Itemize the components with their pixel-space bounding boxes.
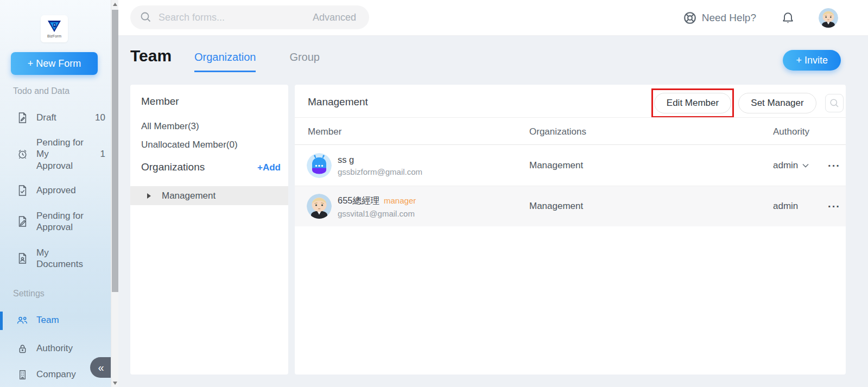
- member-avatar: [307, 153, 332, 178]
- notifications-bell-button[interactable]: [781, 11, 795, 25]
- draft-count: 10: [95, 112, 105, 123]
- invite-button[interactable]: + Invite: [783, 50, 841, 71]
- user-avatar[interactable]: [819, 8, 838, 28]
- sidebar-item-label: Team: [36, 314, 85, 326]
- member-identity: ss g gssbizform@gmail.com: [338, 155, 422, 176]
- boss-baby-avatar-image: [307, 194, 332, 219]
- chevron-down-icon: [802, 163, 809, 168]
- member-panel: Member All Member(3) Unallocated Member(…: [130, 85, 288, 375]
- organizations-heading: Organizations: [141, 161, 205, 173]
- sidebar-item-my-documents[interactable]: My Documents: [16, 247, 105, 270]
- building-icon: [16, 368, 28, 381]
- expand-caret-icon[interactable]: [147, 193, 151, 199]
- add-organization-button[interactable]: +Add: [257, 162, 281, 173]
- sidebar-item-authority[interactable]: Authority: [16, 342, 105, 355]
- draft-icon: [16, 111, 28, 124]
- management-panel: Management Edit Member Set Manager Membe…: [295, 85, 846, 375]
- table-row[interactable]: 655總經理 manager gssvital1@gmail.com Manag…: [295, 186, 846, 226]
- need-help-label: Need Help?: [702, 12, 756, 24]
- app-logo[interactable]: BizForm: [41, 15, 68, 42]
- search-forms-box[interactable]: Advanced: [130, 5, 369, 29]
- table-header: Member Organizations Authority: [295, 117, 846, 145]
- new-form-button[interactable]: + New Form: [11, 52, 98, 75]
- annotation-highlight-box: Edit Member: [651, 88, 734, 118]
- help-lifebuoy-icon: [683, 11, 697, 25]
- sidebar-item-pending-for-my-approval[interactable]: Pending for My Approval 1: [16, 137, 105, 172]
- sidebar-scrollbar[interactable]: [111, 0, 118, 387]
- sidebar-item-label: Pending for Approval: [36, 210, 85, 233]
- approved-doc-icon: [16, 184, 28, 197]
- member-name: ss g: [338, 155, 354, 165]
- search-icon: [829, 98, 840, 109]
- app-window: BizForm + New Form Todo and Data Draft 1…: [0, 0, 868, 387]
- boss-baby-avatar-image: [819, 8, 838, 28]
- column-header-member: Member: [308, 126, 341, 137]
- team-tabs: Organization Group: [194, 51, 320, 72]
- tab-organization[interactable]: Organization: [194, 51, 256, 72]
- sidebar-item-label: Company: [36, 369, 85, 380]
- member-search-button[interactable]: [825, 94, 844, 112]
- sidebar-item-label: Draft: [36, 112, 85, 123]
- edit-member-button[interactable]: Edit Member: [654, 93, 731, 113]
- bizform-logo-icon: [47, 20, 61, 33]
- sidebar-item-team[interactable]: Team: [16, 314, 105, 327]
- tab-group[interactable]: Group: [289, 51, 320, 72]
- search-input[interactable]: [159, 12, 273, 23]
- member-name: 655總經理: [338, 195, 379, 207]
- active-item-indicator: [0, 312, 3, 330]
- org-tree-item-management[interactable]: Management: [130, 186, 288, 205]
- topbar: Advanced Need Help?: [118, 0, 868, 36]
- authority-value-cell: admin: [773, 201, 798, 212]
- section-todo-and-data: Todo and Data: [13, 86, 69, 96]
- all-member-link[interactable]: All Member(3): [141, 121, 199, 132]
- sidebar-item-pending-for-approval[interactable]: Pending for Approval: [16, 210, 105, 233]
- set-manager-button[interactable]: Set Manager: [738, 93, 816, 113]
- lock-icon: [16, 342, 28, 355]
- management-panel-title: Management: [308, 96, 368, 108]
- sidebar-item-label: Approved: [36, 185, 85, 196]
- sidebar-item-label: Pending for My Approval: [36, 137, 85, 172]
- doc-pen-icon: [16, 215, 28, 228]
- authority-dropdown[interactable]: admin: [773, 160, 809, 171]
- member-organization: Management: [529, 201, 583, 212]
- table-row[interactable]: ss g gssbizform@gmail.com Management adm…: [295, 145, 846, 186]
- main-content: Team Organization Group + Invite Member …: [118, 36, 868, 387]
- authority-value: admin: [773, 201, 798, 212]
- member-email: gssvital1@gmail.com: [338, 209, 416, 218]
- robot-avatar-image: [307, 153, 332, 178]
- member-role-tag: manager: [384, 196, 416, 205]
- authority-value: admin: [773, 160, 798, 171]
- section-settings: Settings: [13, 289, 45, 299]
- need-help-button[interactable]: Need Help?: [683, 11, 756, 25]
- more-options-button[interactable]: ···: [828, 200, 840, 213]
- column-header-organizations: Organizations: [529, 126, 586, 137]
- scroll-up-arrow-icon[interactable]: [113, 3, 117, 6]
- more-options-button[interactable]: ···: [828, 159, 840, 172]
- bell-icon: [781, 11, 795, 25]
- member-panel-title: Member: [141, 96, 179, 107]
- sidebar-item-approved[interactable]: Approved: [16, 184, 105, 197]
- member-email: gssbizform@gmail.com: [338, 167, 422, 176]
- search-icon: [140, 11, 152, 23]
- scroll-down-arrow-icon[interactable]: [113, 382, 117, 385]
- logo-text: BizForm: [47, 34, 61, 38]
- pending-my-approval-count: 1: [100, 149, 105, 160]
- alarm-clock-icon: [16, 148, 28, 161]
- sidebar-item-label: Authority: [36, 342, 85, 354]
- unallocated-member-link[interactable]: Unallocated Member(0): [141, 139, 238, 150]
- member-identity: 655總經理 manager gssvital1@gmail.com: [338, 195, 416, 218]
- sidebar: BizForm + New Form Todo and Data Draft 1…: [0, 0, 118, 387]
- org-tree-label: Management: [162, 191, 216, 201]
- column-header-authority: Authority: [773, 126, 809, 137]
- member-organization: Management: [529, 160, 583, 171]
- double-chevron-left-icon: «: [98, 361, 104, 374]
- team-icon: [16, 314, 28, 327]
- sidebar-item-label: My Documents: [36, 247, 85, 270]
- member-avatar: [307, 194, 332, 219]
- page-title: Team: [130, 47, 172, 65]
- advanced-search-link[interactable]: Advanced: [313, 12, 356, 23]
- doc-person-icon: [16, 252, 28, 265]
- scrollbar-thumb[interactable]: [112, 10, 118, 292]
- sidebar-item-draft[interactable]: Draft 10: [16, 111, 105, 124]
